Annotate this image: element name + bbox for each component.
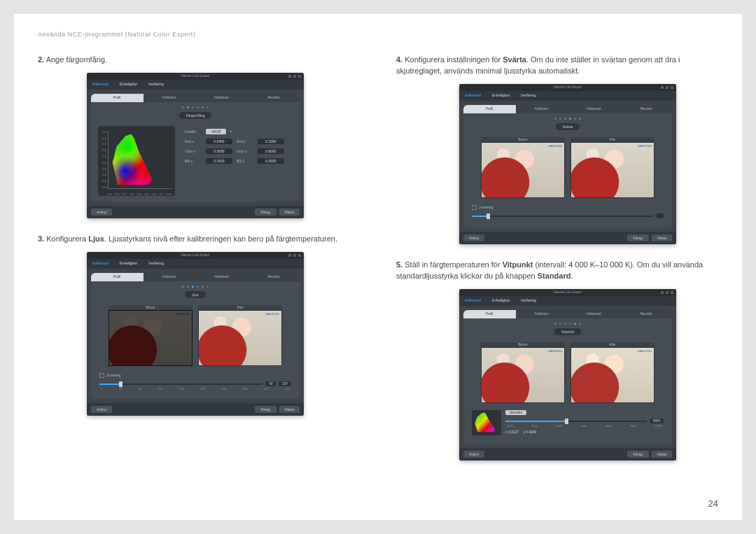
preview-before: SAMSUNG [481, 347, 565, 403]
tab-verify[interactable]: Verifiering [143, 80, 169, 90]
step-2-text: 2. Ange färgomfång. [38, 55, 360, 66]
preview-before: SAMSUNG [481, 142, 565, 198]
main-tabs: Kalibrerad Enhetlighet Verifiering [87, 80, 304, 90]
nce-window-brightness: Natural Color Expert Kalibrerad Enhetlig… [87, 252, 304, 416]
tab-calibrated[interactable]: Kalibrerad [87, 80, 114, 90]
step-dots [91, 102, 300, 109]
subtab-calibrator[interactable]: Kalibrator [144, 94, 196, 102]
wp-x: x 0.3127 [505, 430, 519, 434]
gamut-preset-select[interactable]: sRGB [206, 129, 226, 134]
step-3-text: 3. Konfigurera Ljus. Ljusstyrkans nivå e… [38, 234, 360, 245]
preview-after: SAMSUNG [570, 142, 654, 198]
breadcrumb: Använda NCE-programmet (Natural Color Ex… [38, 31, 718, 38]
next-button[interactable]: Nästa [279, 209, 300, 216]
manual-page: Använda NCE-programmet (Natural Color Ex… [14, 14, 742, 520]
left-column: 2. Ange färgomfång. Natural Color Expert… [38, 55, 360, 476]
brightness-slider[interactable]: 40 197 [99, 381, 291, 387]
preview-before: SAMSUNG [108, 310, 192, 366]
step-5-text: 5. Ställ in färgtemperaturen för Vitpunk… [396, 260, 718, 282]
nce-window-whitepoint: Natural Color Expert Kalibrerad Enhetlig… [459, 289, 676, 461]
subtab-result[interactable]: Resultat [248, 94, 300, 102]
titlebar: Natural Color Expert [87, 73, 304, 80]
right-column: 4. Konfigurera inställningen för Svärta.… [396, 55, 718, 476]
preview-after: SAMSUNG [570, 347, 654, 403]
subtab-calibrated[interactable]: Kalibrerad [195, 94, 248, 102]
page-number: 24 [708, 498, 718, 509]
standard-button[interactable]: Standard [505, 410, 526, 415]
wp-y: y 0.3290 [523, 430, 536, 434]
whitepoint-slider[interactable]: 6504 [505, 419, 664, 424]
black-slider[interactable] [472, 213, 664, 219]
subtab-profile[interactable]: Profil [91, 94, 144, 102]
adjust-checkbox[interactable]: Justering [99, 373, 291, 378]
window-controls[interactable] [288, 75, 301, 78]
cie-gamut-chart: 0.90.80.70.60.50.40.30.20.10.0 0.00.10.2… [98, 126, 175, 196]
nce-window-gamut: Natural Color Expert Kalibrerad Enhetlig… [87, 73, 304, 218]
adjust-checkbox[interactable]: Justering [472, 205, 664, 210]
prev-button[interactable]: Föreg. [255, 209, 276, 216]
tab-uniformity[interactable]: Enhetlighet [114, 80, 143, 90]
preview-after: SAMSUNG [198, 310, 282, 366]
mini-gamut [472, 410, 501, 435]
section-badge: Färgomfång [179, 112, 212, 119]
cancel-button[interactable]: Avbryt [91, 209, 112, 216]
gamut-values: Inställn. sRGB ▾ Röd x0.6400Röd y0.3300 … [185, 126, 293, 196]
step-4-text: 4. Konfigurera inställningen för Svärta.… [396, 55, 718, 77]
nce-window-black: Natural Color Expert Kalibrerad Enhetlig… [459, 84, 676, 244]
